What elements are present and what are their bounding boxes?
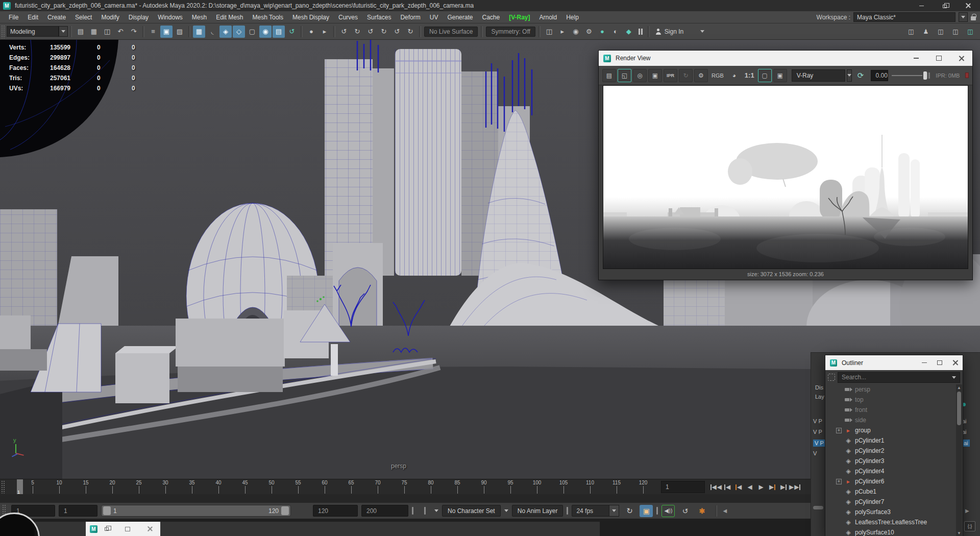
layer-row-fragment[interactable]: V: [813, 450, 817, 456]
menu-cache[interactable]: Cache: [477, 14, 504, 21]
mute-icon[interactable]: ◀)): [662, 505, 675, 517]
ipr-update-icon[interactable]: ↻: [679, 69, 693, 82]
menu-uv[interactable]: UV: [425, 14, 443, 21]
minimize-button[interactable]: [917, 355, 932, 370]
cached-playback-icon[interactable]: ▣: [640, 505, 653, 517]
range-start-handle[interactable]: [103, 506, 111, 515]
menu-help[interactable]: Help: [561, 14, 583, 21]
light-editor-icon[interactable]: ◐: [609, 26, 622, 38]
range-end-handle[interactable]: [281, 506, 289, 515]
open-render-view-icon[interactable]: ◫: [543, 26, 555, 38]
close-button[interactable]: [957, 0, 980, 11]
outliner-item-side[interactable]: side: [825, 415, 963, 425]
outliner-item-pcylinder4[interactable]: ◈pCylinder4: [825, 466, 963, 476]
undo-icon[interactable]: ↶: [114, 26, 127, 38]
tool-settings-toggle-icon[interactable]: ◫: [949, 26, 962, 38]
step-back-frame-button[interactable]: ◀: [722, 480, 733, 494]
snap-projected-center-icon[interactable]: ◇: [233, 26, 245, 38]
color-wheel-icon[interactable]: ◕: [727, 69, 741, 82]
menu-mesh-display[interactable]: Mesh Display: [288, 14, 334, 21]
outliner-item-pcylinder6[interactable]: +►pCylinder6: [825, 476, 963, 486]
panel-expand-icon[interactable]: ▶: [965, 508, 969, 514]
channel-box-toggle-icon[interactable]: ◫: [964, 26, 976, 38]
snapshot-icon[interactable]: ◎: [633, 69, 647, 82]
menu-edit-mesh[interactable]: Edit Mesh: [211, 14, 248, 21]
refresh-render-icon[interactable]: ⟳: [853, 69, 867, 82]
open-scene-icon[interactable]: ▦: [88, 26, 100, 38]
snap-view-plane-icon[interactable]: ▢: [246, 26, 258, 38]
sign-in-button[interactable]: Sign In: [656, 28, 704, 35]
window-titlebar[interactable]: M futuristic_city_park_zdepth_006_camera…: [0, 0, 980, 11]
current-frame-field[interactable]: 1: [661, 481, 705, 493]
render-view-titlebar[interactable]: M Render View: [599, 51, 972, 66]
render-settings-icon[interactable]: ⚙: [583, 26, 595, 38]
play-forward-button[interactable]: ▶: [755, 480, 767, 494]
maximize-button[interactable]: [932, 355, 947, 370]
minimize-button[interactable]: [910, 0, 933, 11]
playback-speed-icon[interactable]: ↺: [678, 505, 692, 517]
restore-icon[interactable]: [105, 527, 109, 531]
search-input[interactable]: Search...: [838, 372, 960, 383]
step-forward-key-button[interactable]: ▶: [767, 480, 778, 494]
rendered-image[interactable]: [603, 85, 968, 269]
highlight-selection-icon[interactable]: ▸: [318, 26, 331, 38]
outliner-item-polysurface3[interactable]: ◈polySurface3: [825, 507, 963, 517]
layer-editor-tab[interactable]: Dis: [815, 384, 823, 391]
hypershade-icon[interactable]: ◆: [623, 26, 635, 38]
outliner-scrollbar[interactable]: ▲ ▼: [956, 384, 962, 536]
ipr-render-icon[interactable]: ◉: [570, 26, 582, 38]
go-to-end-button[interactable]: ▶▶: [789, 480, 800, 494]
filter-icon[interactable]: [828, 374, 835, 381]
outliner-item-pcylinder7[interactable]: ◈pCylinder7: [825, 497, 963, 507]
maximize-button[interactable]: [927, 51, 950, 66]
snap-point-icon[interactable]: ◈: [219, 26, 232, 38]
menu-deform[interactable]: Deform: [396, 14, 425, 21]
layer-row-fragment[interactable]: V P: [813, 418, 822, 424]
ipr-icon[interactable]: IPR: [664, 69, 677, 82]
splitter-handle[interactable]: [412, 507, 413, 515]
panel-collapse-icon[interactable]: ◀: [723, 508, 727, 514]
animation-end-field[interactable]: 200: [361, 505, 408, 517]
attribute-editor-toggle-icon[interactable]: ◫: [935, 26, 947, 38]
playback-range-slider[interactable]: 1 120: [101, 505, 291, 517]
pause-viewport-icon[interactable]: [639, 29, 643, 35]
panel-grip[interactable]: [1, 480, 6, 494]
outliner-item-polysurface10[interactable]: ◈polySurface10: [825, 527, 963, 536]
renderer-dropdown-button[interactable]: [847, 69, 852, 82]
layer-row-fragment[interactable]: V P: [813, 440, 825, 447]
workspace-dropdown-button[interactable]: [959, 12, 968, 22]
slider-handle[interactable]: [923, 71, 927, 80]
zoom-ratio-button[interactable]: 1:1: [745, 71, 754, 79]
humanik-toggle-icon[interactable]: ♟: [920, 26, 932, 38]
panel-grip[interactable]: [1, 25, 6, 38]
menu-mesh-tools[interactable]: Mesh Tools: [248, 14, 288, 21]
playback-start-field[interactable]: 1: [59, 505, 97, 517]
splitter-handle[interactable]: [656, 507, 658, 515]
outliner-item-group[interactable]: +►group: [825, 425, 963, 435]
render-settings-icon[interactable]: ⚙: [694, 69, 708, 82]
character-set-field[interactable]: No Character Set: [442, 505, 501, 517]
select-hierarchy-icon[interactable]: ≡: [147, 26, 159, 38]
outliner-item-pcylinder1[interactable]: ◈pCylinder1: [825, 435, 963, 446]
new-scene-icon[interactable]: ▤: [75, 26, 87, 38]
release-object-icon[interactable]: ↺: [286, 26, 298, 38]
construction-history-icon[interactable]: ↺: [364, 26, 377, 38]
symmetry-field[interactable]: Symmetry: Off: [486, 27, 535, 37]
keep-image-icon[interactable]: ▢: [758, 69, 772, 82]
taskbar-thumbnail-window[interactable]: M: [86, 522, 160, 536]
render-region-icon[interactable]: ◱: [618, 69, 631, 82]
scroll-down-icon[interactable]: ▼: [957, 531, 961, 535]
timeline-playhead[interactable]: 1: [17, 479, 23, 495]
outliner-item-leaflesstree-leaflesstree[interactable]: ◈LeaflessTree:LeaflessTree: [825, 517, 963, 527]
outliner-item-pcube1[interactable]: ◈pCube1: [825, 486, 963, 497]
workspace-dropdown[interactable]: Maya Classic*: [853, 12, 955, 22]
menu-modify[interactable]: Modify: [96, 14, 124, 21]
menu-edit[interactable]: Edit: [23, 14, 43, 21]
restore-button[interactable]: [933, 0, 957, 11]
splitter-handle[interactable]: [424, 507, 426, 515]
layer-hscrollbar[interactable]: [813, 506, 823, 509]
close-button[interactable]: [950, 51, 972, 66]
outliner-titlebar[interactable]: M Outliner: [825, 355, 963, 370]
outliner-item-front[interactable]: front: [825, 405, 963, 415]
scroll-up-icon[interactable]: ▲: [957, 385, 961, 390]
